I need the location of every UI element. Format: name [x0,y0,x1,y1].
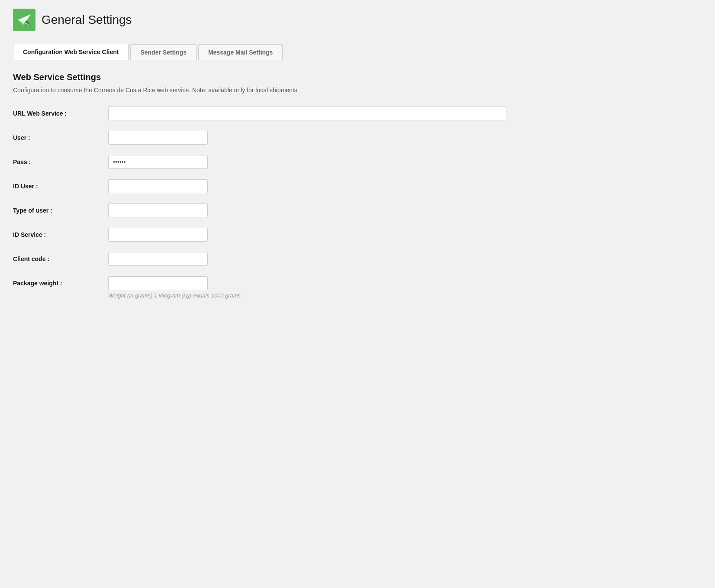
tab-sender[interactable]: Sender Settings [130,44,196,60]
form-row-package-weight: Package weight : Weight (in grams) 1 kil… [13,276,506,299]
label-id-service: ID Service : [13,228,108,238]
field-pass [108,155,506,169]
label-url-web-service: URL Web Service : [13,107,108,117]
input-client-code[interactable] [108,252,208,266]
form-row-user: User : [13,131,506,145]
field-user [108,131,506,145]
input-package-weight[interactable] [108,276,208,290]
input-url-web-service[interactable] [108,107,506,120]
page-wrapper: General Settings Configuration Web Servi… [0,0,519,318]
tab-config[interactable]: Configuration Web Service Client [13,44,129,60]
form-row-id-user: ID User : [13,179,506,193]
label-package-weight: Package weight : [13,276,108,287]
input-id-user[interactable] [108,179,208,193]
page-header: General Settings [13,9,506,31]
input-pass[interactable] [108,155,208,169]
section-title: Web Service Settings [13,72,506,82]
section-description: Configuration to consume the Correos de … [13,87,506,94]
input-type-user[interactable] [108,204,208,217]
package-weight-hint: Weight (in grams) 1 kilogram (kg) equals… [108,292,506,299]
input-id-service[interactable] [108,228,208,242]
label-client-code: Client code : [13,252,108,262]
label-user: User : [13,131,108,141]
tab-message[interactable]: Message Mail Settings [198,44,283,60]
field-client-code [108,252,506,266]
form-row-pass: Pass : [13,155,506,169]
form-table: URL Web Service : User : Pass : [13,107,506,299]
label-type-user: Type of user : [13,204,108,214]
label-id-user: ID User : [13,179,108,190]
form-row-url: URL Web Service : [13,107,506,120]
label-pass: Pass : [13,155,108,165]
field-id-user [108,179,506,193]
form-row-id-service: ID Service : [13,228,506,242]
field-id-service [108,228,506,242]
tabs-bar: Configuration Web Service Client Sender … [13,43,506,60]
form-row-type-user: Type of user : [13,204,506,217]
content-area: Web Service Settings Configuration to co… [13,72,506,299]
page-title: General Settings [42,13,132,27]
brand-logo [13,9,35,31]
field-url-web-service [108,107,506,120]
logo-svg [17,13,32,27]
field-package-weight: Weight (in grams) 1 kilogram (kg) equals… [108,276,506,299]
field-type-user [108,204,506,217]
input-user[interactable] [108,131,208,145]
form-row-client-code: Client code : [13,252,506,266]
